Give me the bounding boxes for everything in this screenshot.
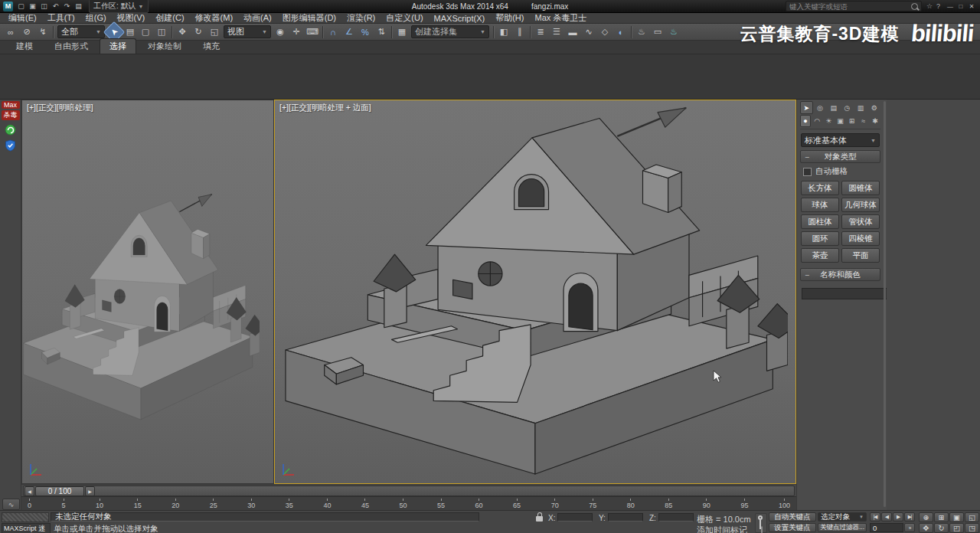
curve-editor-icon[interactable]: ∿ [581,25,596,40]
search-input[interactable] [789,2,907,11]
maxscript-mini-listener[interactable]: MAXScript 迷 [2,523,51,533]
previous-frame-arrow-icon[interactable]: ◀ [24,486,34,496]
spacewarps-category-icon[interactable]: ≈ [858,115,869,127]
add-time-tag[interactable]: 添加时间标记 [697,525,747,533]
menu-item[interactable]: 自定义(U) [381,12,428,24]
listener-resize-grip[interactable] [2,512,49,522]
coord-x-field[interactable] [557,513,593,522]
set-keys-key-icon[interactable] [755,513,767,533]
orbit-icon[interactable]: ↻ [934,523,949,533]
set-key-button[interactable]: 设置关键点 [769,523,816,532]
select-and-link-icon[interactable]: ∞ [3,25,18,40]
field-of-view-icon[interactable]: ◰ [949,523,964,533]
render-production-icon[interactable]: ♨ [666,25,681,40]
zoom-icon[interactable]: ⊕ [919,512,933,522]
primitive-type-dropdown[interactable]: 标准基本体 ▼ [801,133,880,147]
time-slider-track[interactable]: ◀ 0 / 100 ▶ [23,486,795,496]
workspace-dropdown[interactable]: 工作区: 默认 ▼ [89,0,149,13]
viewport-left-label[interactable]: [+][正交][明暗处理] [27,103,93,113]
time-slider[interactable]: ◀ 0 / 100 ▶ [21,484,796,496]
primitive-button[interactable]: 几何球体 [841,198,880,212]
menu-item[interactable]: 工具(T) [42,12,80,24]
coord-y-field[interactable] [608,513,643,522]
primitive-button[interactable]: 茶壶 [801,248,839,263]
spinner-snap-icon[interactable]: ⇅ [374,25,389,40]
bind-to-space-warp-icon[interactable]: ↯ [35,25,51,40]
shapes-category-icon[interactable]: ◠ [812,115,822,127]
edit-named-selections-icon[interactable]: ▦ [394,25,410,40]
selected-objects-dropdown[interactable]: 选定对象 ▼ [818,512,867,522]
use-pivot-center-icon[interactable]: ◉ [273,25,288,40]
name-color-rollout[interactable]: − 名称和颜色 [800,268,880,281]
viewport-left[interactable]: [+][正交][明暗处理] [21,100,274,484]
select-and-scale-icon[interactable]: ◱ [207,25,222,40]
render-setup-icon[interactable]: ♨ [634,25,649,40]
go-to-end-button[interactable]: ▶| [904,512,915,522]
key-filters-button[interactable]: 关键点过滤器... [818,523,867,532]
percent-snap-icon[interactable]: % [358,25,373,40]
search-icon[interactable] [911,3,918,10]
menu-item[interactable]: 修改器(M) [190,12,239,24]
ribbon-tab[interactable]: 自由形式 [44,38,98,54]
motion-tab-icon[interactable]: ◷ [841,101,854,114]
select-and-manipulate-icon[interactable]: ✛ [289,25,304,40]
systems-category-icon[interactable]: ✱ [870,115,880,127]
pan-icon[interactable]: ✥ [919,523,933,533]
next-frame-arrow-icon[interactable]: ▶ [85,486,95,496]
select-and-move-icon[interactable]: ✥ [175,25,190,40]
previous-frame-button[interactable]: ◀ [881,512,892,522]
coord-z-field[interactable] [658,513,694,522]
material-editor-icon[interactable]: ◐ [613,25,629,40]
menu-item[interactable]: 帮助(H) [490,12,529,24]
layer-explorer-icon[interactable]: ☰ [549,25,564,40]
ribbon-tab[interactable]: 选择 [100,38,136,54]
schematic-view-icon[interactable]: ◇ [597,25,612,40]
shield-icon[interactable] [5,139,16,152]
scene-explorer-icon[interactable]: ≣ [533,25,548,40]
ribbon-tab[interactable]: 对象绘制 [138,38,191,54]
menu-item[interactable]: 创建(C) [150,12,189,24]
primitive-button[interactable]: 圆锥体 [841,181,880,195]
keyboard-override-icon[interactable]: ⌨ [305,25,320,40]
open-file-icon[interactable]: ▣ [27,2,38,11]
primitive-button[interactable]: 长方体 [801,181,839,195]
window-crossing-icon[interactable]: ◫ [154,25,169,40]
primitive-button[interactable]: 四棱锥 [841,231,880,246]
favorites-star-icon[interactable]: ☆ [926,2,933,10]
ribbon-tab[interactable]: 建模 [6,38,43,54]
antivirus-green-icon[interactable] [5,124,16,136]
align-icon[interactable]: ∥ [512,25,528,40]
primitive-button[interactable]: 球体 [801,198,839,212]
unlink-selection-icon[interactable]: ⊘ [19,25,34,40]
reference-coordinate-dropdown[interactable]: 视图 ▼ [224,25,271,38]
rectangular-selection-icon[interactable]: ▢ [138,25,153,40]
undo-icon[interactable]: ↶ [50,2,61,11]
geometry-category-icon[interactable]: ● [800,115,811,127]
time-slider-grip[interactable]: ◀ 0 / 100 ▶ [24,486,95,495]
save-file-icon[interactable]: ◫ [38,2,50,11]
menu-item[interactable]: Max 杀毒卫士 [529,12,592,24]
viewport-right-active[interactable]: [+][正交][明暗处理 + 边面] [274,100,796,484]
mini-curve-editor-button[interactable]: ∿ [2,499,20,510]
menu-item[interactable]: 组(G) [80,12,112,24]
select-by-name-icon[interactable]: ▤ [122,25,138,40]
create-tab-icon[interactable]: ➤ [800,101,813,114]
redo-icon[interactable]: ↷ [61,2,73,11]
zoom-extents-icon[interactable]: ▣ [949,512,964,522]
cameras-category-icon[interactable]: ▣ [835,115,845,127]
current-frame-field[interactable]: 0 [870,523,903,532]
angle-snap-icon[interactable]: ∠ [341,25,357,40]
autogrid-checkbox[interactable] [803,168,812,176]
ribbon-tab[interactable]: 填充 [193,38,230,54]
zoom-region-icon[interactable]: ◱ [965,512,979,522]
project-folder-icon[interactable]: ▤ [73,2,84,11]
viewport-right-label[interactable]: [+][正交][明暗处理 + 边面] [279,103,371,113]
menu-item[interactable]: MAXScript(X) [429,14,491,23]
select-and-rotate-icon[interactable]: ↻ [191,25,206,40]
menu-item[interactable]: 渲染(R) [341,12,381,24]
rendered-frame-icon[interactable]: ▭ [650,25,665,40]
primitive-button[interactable]: 管状体 [841,214,880,229]
play-button[interactable]: ▶ [893,512,903,522]
display-tab-icon[interactable]: ▥ [854,101,867,114]
modify-tab-icon[interactable]: ◎ [814,101,827,114]
